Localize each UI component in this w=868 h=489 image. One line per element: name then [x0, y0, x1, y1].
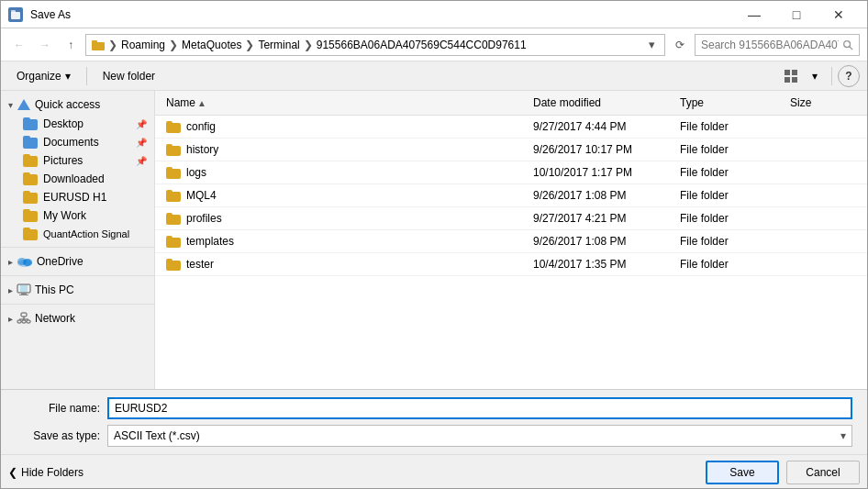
breadcrumb-bar[interactable]: ❯ Roaming ❯ MetaQuotes ❯ Terminal ❯ 9155…: [85, 34, 665, 56]
sidebar-downloaded-label: Downloaded: [43, 172, 105, 185]
table-row[interactable]: config 9/27/2017 4:44 PM File folder: [155, 116, 867, 139]
main-content: ▾ Quick access Desktop 📌 Documents 📌 Pic…: [1, 91, 867, 389]
table-row[interactable]: history 9/26/2017 10:17 PM File folder: [155, 139, 867, 161]
sidebar-item-eurusd[interactable]: EURUSD H1: [1, 188, 154, 206]
file-name: tester: [186, 258, 214, 271]
file-size-cell: [786, 261, 860, 267]
svg-point-4: [844, 40, 851, 47]
table-row[interactable]: templates 9/26/2017 1:08 PM File folder: [155, 230, 867, 253]
file-type-cell: File folder: [676, 140, 786, 159]
sidebar-item-desktop[interactable]: Desktop 📌: [1, 115, 154, 133]
hide-folders-chevron: ❮: [8, 466, 17, 479]
sidebar-item-quantaction[interactable]: QuantAction Signal: [1, 225, 154, 243]
file-type-cell: File folder: [676, 255, 786, 273]
breadcrumb-dropdown-button[interactable]: ▾: [644, 34, 659, 56]
desktop-pin-icon: 📌: [136, 119, 147, 129]
sidebar-section-thispc[interactable]: ▸ This PC: [1, 280, 154, 300]
title-bar-controls: — □ ✕: [733, 1, 860, 28]
header-name[interactable]: Name ▲: [162, 93, 529, 113]
bottom-area: File name: Save as type: ASCII Text (*.c…: [1, 389, 867, 454]
documents-pin-icon: 📌: [136, 138, 147, 148]
header-size[interactable]: Size: [786, 93, 860, 113]
downloaded-folder-icon: [23, 172, 38, 185]
svg-line-5: [850, 46, 852, 49]
up-button[interactable]: ↑: [60, 34, 82, 56]
new-folder-button[interactable]: New folder: [95, 65, 163, 87]
organize-dropdown-icon: ▾: [65, 70, 71, 83]
maximize-button[interactable]: □: [775, 1, 818, 28]
file-date-cell: 9/26/2017 10:17 PM: [529, 140, 676, 159]
sidebar-mywork-label: My Work: [43, 209, 86, 222]
file-name: logs: [186, 166, 206, 179]
table-row[interactable]: profiles 9/27/2017 4:21 PM File folder: [155, 207, 867, 230]
breadcrumb-terminal[interactable]: Terminal: [258, 39, 299, 51]
sidebar-divider-3: [1, 304, 154, 305]
svg-rect-16: [21, 293, 27, 295]
back-button[interactable]: ←: [8, 34, 30, 56]
table-row[interactable]: tester 10/4/2017 1:35 PM File folder: [155, 253, 867, 276]
sidebar-section-onedrive[interactable]: ▸ OneDrive: [1, 251, 154, 272]
folder-icon: [166, 167, 181, 179]
hide-folders-toggle[interactable]: ❮ Hide Folders: [8, 466, 698, 479]
breadcrumb-metaquotes[interactable]: MetaQuotes: [182, 39, 241, 51]
close-button[interactable]: ✕: [818, 1, 860, 28]
table-row[interactable]: logs 10/10/2017 1:17 PM File folder: [155, 161, 867, 184]
table-row[interactable]: MQL4 9/26/2017 1:08 PM File folder: [155, 184, 867, 207]
file-type-cell: File folder: [676, 163, 786, 182]
cancel-button[interactable]: Cancel: [786, 461, 860, 484]
sidebar-network-label: Network: [35, 312, 75, 325]
savetype-dropdown-arrow: ▾: [840, 429, 846, 442]
filename-input[interactable]: [107, 397, 852, 419]
search-input[interactable]: [701, 39, 839, 51]
file-size-cell: [786, 239, 860, 244]
sidebar-section-network[interactable]: ▸ Network: [1, 308, 154, 328]
sidebar-item-pictures[interactable]: Pictures 📌: [1, 151, 154, 170]
file-name-cell: templates: [162, 232, 529, 250]
minimize-button[interactable]: —: [733, 1, 775, 28]
view-options-button[interactable]: [780, 65, 802, 87]
header-date[interactable]: Date modified: [529, 93, 676, 113]
file-name-cell: tester: [162, 255, 529, 273]
organize-button[interactable]: Organize ▾: [8, 65, 79, 87]
file-name-cell: history: [162, 140, 529, 159]
breadcrumb-sep-1: ❯: [108, 39, 117, 51]
svg-point-13: [23, 259, 32, 266]
sidebar-item-downloaded[interactable]: Downloaded: [1, 170, 154, 188]
sort-arrow: ▲: [197, 98, 206, 108]
svg-rect-9: [792, 77, 797, 83]
file-name: MQL4: [186, 189, 217, 202]
header-name-label: Name: [166, 96, 195, 109]
view-dropdown-button[interactable]: ▾: [804, 65, 826, 87]
sidebar-section-quick-access[interactable]: ▾ Quick access: [1, 94, 154, 115]
sidebar-item-mywork[interactable]: My Work: [1, 206, 154, 225]
sidebar-item-documents[interactable]: Documents 📌: [1, 133, 154, 151]
sidebar-divider-2: [1, 275, 154, 276]
file-name: profiles: [186, 212, 222, 225]
svg-rect-17: [19, 295, 28, 295]
breadcrumb-roaming[interactable]: Roaming: [121, 39, 165, 51]
thispc-icon: [17, 283, 31, 296]
window-title: Save As: [30, 8, 71, 21]
file-type-cell: File folder: [676, 117, 786, 136]
breadcrumb-guid[interactable]: 915566BA06ADA407569C544CC0D97611: [317, 39, 527, 51]
sidebar-pictures-label: Pictures: [43, 154, 83, 167]
folder-icon: [166, 213, 181, 225]
save-label: Save: [729, 466, 754, 479]
svg-rect-1: [11, 10, 16, 13]
quick-access-chevron: ▾: [8, 100, 13, 110]
svg-rect-8: [785, 77, 790, 83]
file-type-cell: File folder: [676, 232, 786, 250]
breadcrumb-sep-3: ❯: [245, 39, 254, 51]
hide-folders-label: Hide Folders: [21, 466, 83, 479]
header-type[interactable]: Type: [676, 93, 786, 113]
save-button[interactable]: Save: [706, 461, 779, 484]
help-button[interactable]: ?: [838, 65, 860, 87]
toolbar: Organize ▾ New folder ▾ ?: [1, 61, 867, 91]
address-bar: ← → ↑ ❯ Roaming ❯ MetaQuotes ❯ Terminal …: [1, 28, 867, 61]
sidebar-divider-1: [1, 247, 154, 248]
forward-button[interactable]: →: [34, 34, 56, 56]
sidebar: ▾ Quick access Desktop 📌 Documents 📌 Pic…: [1, 91, 155, 389]
refresh-button[interactable]: ⟳: [669, 34, 691, 56]
savetype-dropdown[interactable]: ASCII Text (*.csv) ▾: [107, 425, 852, 447]
file-name-cell: logs: [162, 163, 529, 182]
